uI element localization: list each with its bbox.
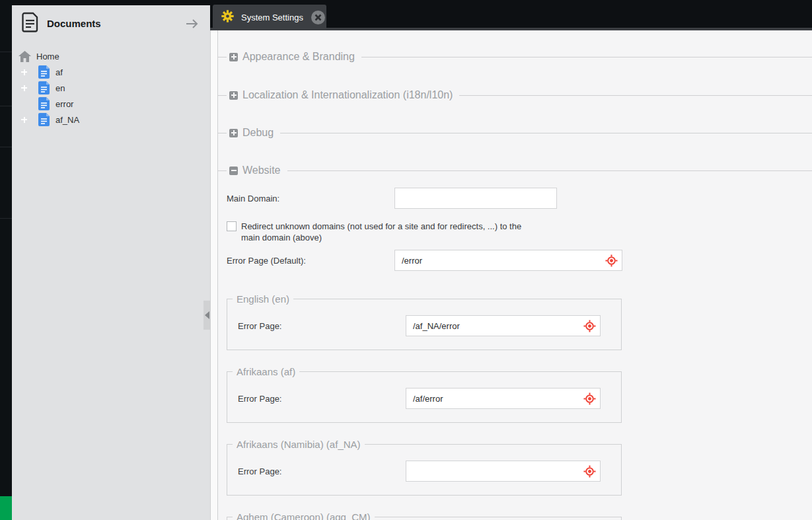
error-page-label: Error Page: (238, 466, 281, 476)
redirect-unknown-domains-label: Redirect unknown domains (not used for a… (241, 221, 521, 243)
locale-title: Aghem (Cameroon) (agq_CM) (237, 511, 371, 520)
locale-title: Afrikaans (af) (237, 366, 295, 377)
locale-fieldset-agq_CM: Aghem (Cameroon) (agq_CM) (227, 517, 622, 520)
locale-title: Afrikaans (Namibia) (af_NA) (237, 439, 361, 450)
section-title: Debug (242, 127, 274, 139)
tree-item-af[interactable]: af (12, 64, 210, 80)
panel-expand-arrow-icon[interactable] (185, 18, 200, 30)
section-appearance-branding[interactable]: Appearance & Branding (217, 48, 812, 65)
main-domain-field (394, 188, 557, 209)
tree-item-label: Home (36, 52, 59, 61)
tree-item-error[interactable]: error (12, 96, 210, 112)
error-page-field-af (406, 388, 601, 409)
tree-item-label: af (55, 67, 63, 77)
tab-close-icon[interactable] (311, 11, 325, 24)
error-page-input-en[interactable] (406, 316, 600, 336)
home-icon (18, 51, 31, 62)
section-website-fieldset: Website Main Domain: Redirect unknown do… (217, 170, 812, 520)
rail-divider (0, 147, 12, 147)
error-page-field-en (406, 315, 601, 336)
section-title: Localization & Internationalization (i18… (242, 89, 453, 101)
section-debug[interactable]: Debug (217, 124, 812, 141)
tree-item-en[interactable]: en (12, 80, 210, 96)
top-edge-strip (12, 0, 211, 5)
gear-icon (221, 9, 235, 26)
error-page-label: Error Page: (238, 394, 281, 404)
select-document-target-icon[interactable] (583, 320, 596, 332)
expand-plus-icon[interactable] (18, 114, 30, 126)
document-tree: Home af (12, 48, 210, 128)
documents-panel: Documents Home (12, 5, 210, 520)
tree-item-home[interactable]: Home (12, 48, 210, 64)
section-title: Website (242, 165, 281, 176)
locale-title: English (en) (237, 293, 289, 305)
error-page-input-af[interactable] (406, 389, 600, 408)
page-icon (38, 113, 50, 126)
expand-section-icon[interactable] (229, 91, 238, 100)
select-document-target-icon[interactable] (605, 254, 618, 267)
tree-item-label: error (55, 99, 73, 109)
section-localization[interactable]: Localization & Internationalization (i18… (217, 87, 812, 104)
tree-item-af_NA[interactable]: af_NA (12, 112, 210, 128)
documents-icon (21, 12, 39, 35)
page-icon (38, 97, 50, 110)
panel-title: Documents (47, 18, 101, 29)
locale-fieldset-af: Afrikaans (af) Error Page: (227, 371, 622, 423)
error-page-default-field (394, 250, 622, 271)
expand-plus-icon[interactable] (18, 83, 30, 94)
main-domain-input[interactable] (395, 188, 556, 208)
select-document-target-icon[interactable] (583, 465, 596, 478)
rail-divider (0, 106, 12, 106)
panel-splitter[interactable] (210, 30, 218, 520)
error-page-input-af_NA[interactable] (406, 461, 600, 481)
select-document-target-icon[interactable] (583, 392, 596, 405)
sidebar-collapse-handle[interactable] (203, 301, 210, 330)
error-page-default-input[interactable] (395, 250, 622, 270)
tab-bar: System Settings (210, 0, 812, 30)
section-title: Appearance & Branding (242, 51, 355, 63)
expand-section-icon[interactable] (229, 129, 238, 137)
expander-spacer (18, 98, 30, 110)
system-settings-form: Appearance & Branding Localization & Int… (217, 30, 812, 520)
documents-panel-header: Documents (12, 5, 210, 40)
main-domain-label: Main Domain: (227, 194, 279, 204)
collapse-section-icon[interactable] (229, 167, 238, 175)
tree-item-label: af_NA (55, 115, 79, 125)
locale-fieldset-af_NA: Afrikaans (Namibia) (af_NA) Error Page: (227, 444, 622, 496)
locale-fieldset-en: English (en) Error Page: (227, 299, 622, 350)
rail-divider (0, 218, 12, 219)
tab-label: System Settings (241, 13, 303, 22)
page-icon (38, 81, 50, 94)
expand-plus-icon[interactable] (18, 67, 30, 78)
collapse-left-icon (205, 311, 209, 319)
redirect-unknown-domains-checkbox[interactable] (227, 221, 237, 231)
error-page-label: Error Page: (238, 321, 281, 331)
rail-divider (0, 52, 12, 52)
expand-section-icon[interactable] (229, 53, 238, 61)
rail-accent-block (0, 496, 12, 520)
error-page-default-label: Error Page (Default): (227, 256, 306, 266)
section-website-header[interactable]: Website (217, 162, 812, 179)
error-page-field-af_NA (406, 461, 601, 482)
tree-item-label: en (55, 83, 65, 93)
left-nav-rail[interactable] (0, 0, 12, 520)
tab-system-settings[interactable]: System Settings (213, 5, 326, 30)
page-icon (38, 65, 50, 79)
